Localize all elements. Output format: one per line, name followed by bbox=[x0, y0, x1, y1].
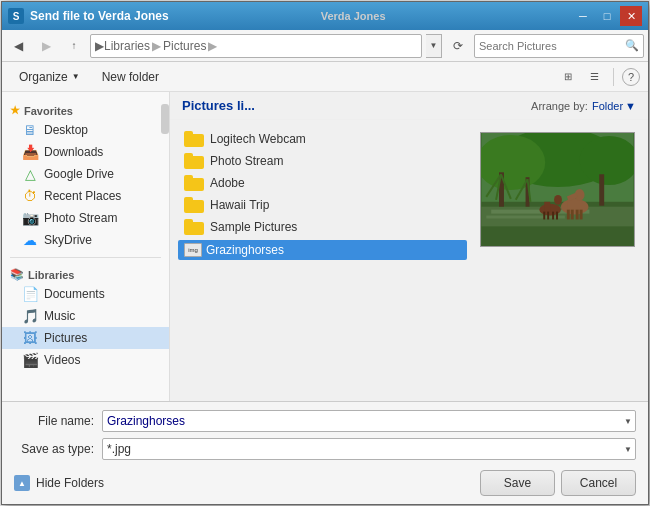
sidebar-item-photo-stream[interactable]: 📷 Photo Stream bbox=[2, 207, 169, 229]
help-button[interactable]: ? bbox=[622, 68, 640, 86]
view-toggle-button[interactable]: ☰ bbox=[583, 66, 605, 88]
svg-rect-26 bbox=[543, 212, 545, 220]
search-button[interactable]: 🔍 bbox=[621, 35, 643, 57]
sidebar: ★ Favorites 🖥 Desktop 📥 Downloads △ Goog… bbox=[2, 92, 170, 401]
dialog-window: S Send file to Verda Jones Verda Jones ─… bbox=[1, 1, 649, 505]
sidebar-item-label-skydrive: SkyDrive bbox=[44, 233, 92, 247]
favorites-star-icon: ★ bbox=[10, 104, 20, 117]
sidebar-section-libraries: 📚 Libraries bbox=[2, 264, 169, 283]
hide-folders-label: Hide Folders bbox=[36, 476, 104, 490]
search-box: 🔍 bbox=[474, 34, 644, 58]
address-dropdown[interactable]: ▼ bbox=[426, 34, 442, 58]
arrange-by-label: Arrange by: bbox=[531, 100, 588, 112]
folder-item-sample[interactable]: Sample Pictures bbox=[178, 216, 467, 238]
svg-rect-10 bbox=[599, 174, 604, 205]
desktop-icon: 🖥 bbox=[22, 122, 38, 138]
folder-item-photo-stream[interactable]: Photo Stream bbox=[178, 150, 467, 172]
address-bar: ◀ ▶ ↑ ▶ Libraries ▶ Pictures ▶ ▼ ⟳ 🔍 bbox=[2, 30, 648, 62]
toolbar-separator bbox=[613, 68, 614, 86]
folder-icon-logitech bbox=[184, 131, 204, 147]
sidebar-item-label-downloads: Downloads bbox=[44, 145, 103, 159]
filename-input[interactable] bbox=[102, 410, 636, 432]
sidebar-item-label-recent: Recent Places bbox=[44, 189, 121, 203]
hide-folders-button[interactable]: ▲ Hide Folders bbox=[14, 475, 104, 491]
music-icon: 🎵 bbox=[22, 308, 38, 324]
search-input[interactable] bbox=[475, 40, 621, 52]
back-button[interactable]: ◀ bbox=[6, 34, 30, 58]
folder-item-adobe[interactable]: Adobe bbox=[178, 172, 467, 194]
filename-input-wrapper bbox=[102, 410, 636, 432]
folder-label-hawaii: Hawaii Trip bbox=[210, 198, 269, 212]
preview-image bbox=[480, 132, 635, 247]
maximize-button[interactable]: □ bbox=[596, 6, 618, 26]
videos-icon: 🎬 bbox=[22, 352, 38, 368]
sidebar-item-desktop[interactable]: 🖥 Desktop bbox=[2, 119, 169, 141]
folder-icon-photo-stream bbox=[184, 153, 204, 169]
selected-file-item[interactable]: img Grazinghorses bbox=[178, 240, 467, 260]
sidebar-item-recent-places[interactable]: ⏱ Recent Places bbox=[2, 185, 169, 207]
sidebar-item-videos[interactable]: 🎬 Videos bbox=[2, 349, 169, 371]
save-button[interactable]: Save bbox=[480, 470, 555, 496]
saveastype-select-wrapper: *.jpg bbox=[102, 438, 636, 460]
folder-label-adobe: Adobe bbox=[210, 176, 245, 190]
organize-dropdown-icon: ▼ bbox=[72, 72, 80, 81]
folder-label-sample: Sample Pictures bbox=[210, 220, 297, 234]
cancel-button[interactable]: Cancel bbox=[561, 470, 636, 496]
close-button[interactable]: ✕ bbox=[620, 6, 642, 26]
saveastype-row: Save as type: *.jpg bbox=[14, 438, 636, 460]
new-folder-button[interactable]: New folder bbox=[93, 66, 168, 88]
saveastype-select[interactable]: *.jpg bbox=[102, 438, 636, 460]
filename-label: File name: bbox=[14, 414, 94, 428]
sidebar-item-documents[interactable]: 📄 Documents bbox=[2, 283, 169, 305]
address-part1: Libraries bbox=[104, 39, 150, 53]
organize-button[interactable]: Organize ▼ bbox=[10, 66, 89, 88]
sidebar-item-label-documents: Documents bbox=[44, 287, 105, 301]
sidebar-item-music[interactable]: 🎵 Music bbox=[2, 305, 169, 327]
arrange-by: Arrange by: Folder ▼ bbox=[531, 100, 636, 112]
sidebar-item-pictures[interactable]: 🖼 Pictures bbox=[2, 327, 169, 349]
saveastype-label: Save as type: bbox=[14, 442, 94, 456]
recent-places-icon: ⏱ bbox=[22, 188, 38, 204]
svg-rect-21 bbox=[580, 210, 583, 220]
sidebar-item-label-google: Google Drive bbox=[44, 167, 114, 181]
address-library: ▶ bbox=[95, 39, 104, 53]
file-list: Logitech Webcam Photo Stream Adobe Hawai… bbox=[170, 120, 648, 401]
svg-rect-29 bbox=[556, 212, 558, 220]
dialog-title: Send file to Verda Jones bbox=[30, 9, 169, 23]
app-icon: S bbox=[8, 8, 24, 24]
view-options-button[interactable]: ⊞ bbox=[557, 66, 579, 88]
sidebar-item-label-music: Music bbox=[44, 309, 75, 323]
bottom-area: File name: Save as type: *.jpg ▲ Hide Fo… bbox=[2, 401, 648, 504]
sidebar-item-google-drive[interactable]: △ Google Drive bbox=[2, 163, 169, 185]
sidebar-item-label-photostream: Photo Stream bbox=[44, 211, 117, 225]
svg-rect-19 bbox=[571, 210, 574, 220]
svg-rect-28 bbox=[552, 212, 554, 220]
sidebar-item-downloads[interactable]: 📥 Downloads bbox=[2, 141, 169, 163]
arrange-by-button[interactable]: Folder ▼ bbox=[592, 100, 636, 112]
folder-item-hawaii[interactable]: Hawaii Trip bbox=[178, 194, 467, 216]
folder-item-logitech[interactable]: Logitech Webcam bbox=[178, 128, 467, 150]
sidebar-item-skydrive[interactable]: ☁ SkyDrive bbox=[2, 229, 169, 251]
sidebar-section-favorites: ★ Favorites bbox=[2, 100, 169, 119]
address-path[interactable]: ▶ Libraries ▶ Pictures ▶ bbox=[90, 34, 422, 58]
file-area-header: Pictures li... Arrange by: Folder ▼ bbox=[170, 92, 648, 120]
file-thumbnail-icon: img bbox=[184, 243, 202, 257]
title-bar: S Send file to Verda Jones Verda Jones ─… bbox=[2, 2, 648, 30]
address-sep1: ▶ bbox=[152, 39, 161, 53]
downloads-icon: 📥 bbox=[22, 144, 38, 160]
minimize-button[interactable]: ─ bbox=[572, 6, 594, 26]
photo-stream-icon: 📷 bbox=[22, 210, 38, 226]
action-buttons: Save Cancel bbox=[480, 470, 636, 496]
skydrive-icon: ☁ bbox=[22, 232, 38, 248]
title-bar-left: S Send file to Verda Jones Verda Jones bbox=[8, 8, 386, 24]
forward-button[interactable]: ▶ bbox=[34, 34, 58, 58]
up-button[interactable]: ↑ bbox=[62, 34, 86, 58]
svg-rect-18 bbox=[567, 210, 570, 220]
folder-label-logitech: Logitech Webcam bbox=[210, 132, 306, 146]
sidebar-item-label-videos: Videos bbox=[44, 353, 80, 367]
refresh-button[interactable]: ⟳ bbox=[446, 34, 470, 58]
scrollbar-thumb[interactable] bbox=[161, 104, 169, 134]
svg-point-30 bbox=[554, 195, 562, 205]
folder-icon-hawaii bbox=[184, 197, 204, 213]
google-drive-icon: △ bbox=[22, 166, 38, 182]
